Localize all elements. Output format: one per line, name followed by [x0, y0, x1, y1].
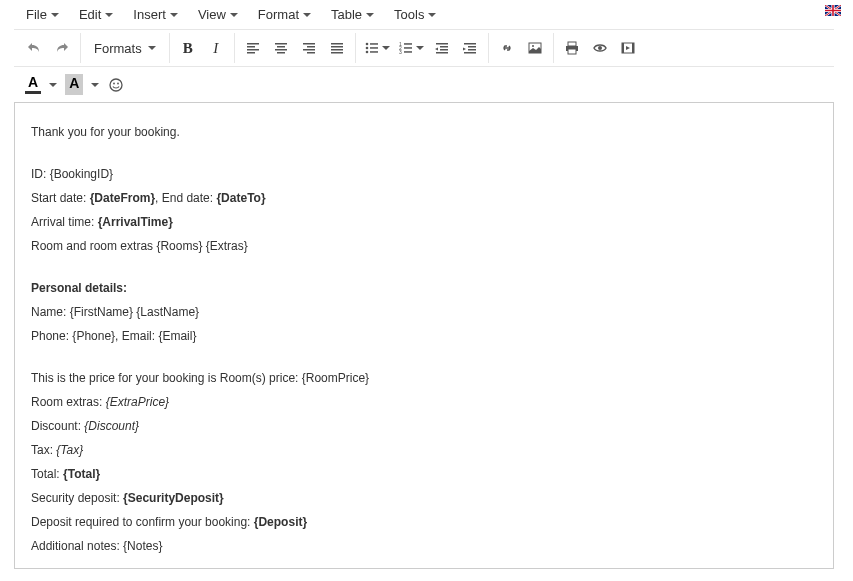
caret-icon	[303, 13, 311, 17]
svg-point-22	[110, 79, 122, 91]
align-center-button[interactable]	[267, 35, 295, 61]
redo-button[interactable]	[48, 35, 76, 61]
caret-icon	[170, 13, 178, 17]
body-line: This is the price for your booking is Ro…	[31, 369, 817, 387]
body-line: Additional notes: {Notes}	[31, 537, 817, 555]
menu-insert-label: Insert	[133, 7, 166, 22]
body-line: Tax: {Tax}	[31, 441, 817, 459]
body-line: Phone: {Phone}, Email: {Email}	[31, 327, 817, 345]
menu-file[interactable]: File	[16, 3, 69, 26]
body-line: Arrival time: {ArrivalTime}	[31, 213, 817, 231]
body-line: Discount: {Discount}	[31, 417, 817, 435]
body-line: Room extras: {ExtraPrice}	[31, 393, 817, 411]
print-button[interactable]	[558, 35, 586, 61]
svg-rect-21	[632, 43, 634, 53]
toolbar-primary: Formats B I 123	[14, 30, 834, 67]
svg-rect-15	[568, 42, 576, 46]
svg-point-18	[598, 46, 602, 50]
toolbar-secondary: A A	[14, 67, 834, 103]
bullet-list-button[interactable]	[360, 35, 394, 61]
bullet-list-icon	[364, 40, 380, 56]
svg-rect-2	[370, 43, 378, 45]
caret-icon	[148, 46, 156, 50]
svg-rect-4	[370, 47, 378, 49]
menu-format-label: Format	[258, 7, 299, 22]
menu-edit-label: Edit	[79, 7, 101, 22]
outdent-button[interactable]	[428, 35, 456, 61]
link-button[interactable]	[493, 35, 521, 61]
eye-icon	[592, 40, 608, 56]
outdent-icon	[434, 40, 450, 56]
text-color-dropdown[interactable]	[46, 72, 60, 98]
link-icon	[499, 40, 515, 56]
svg-rect-17	[568, 49, 576, 54]
svg-point-23	[113, 82, 115, 84]
menu-insert[interactable]: Insert	[123, 3, 188, 26]
align-right-button[interactable]	[295, 35, 323, 61]
svg-point-3	[365, 47, 368, 50]
align-right-icon	[301, 40, 317, 56]
preview-button[interactable]	[586, 35, 614, 61]
background-color-dropdown[interactable]	[88, 72, 102, 98]
menu-file-label: File	[26, 7, 47, 22]
image-button[interactable]	[521, 35, 549, 61]
svg-point-14	[532, 45, 534, 47]
caret-icon	[91, 83, 99, 87]
align-justify-button[interactable]	[323, 35, 351, 61]
language-flag-uk[interactable]	[825, 4, 841, 15]
print-icon	[564, 40, 580, 56]
indent-button[interactable]	[456, 35, 484, 61]
caret-icon	[416, 46, 424, 50]
indent-icon	[462, 40, 478, 56]
editor-scroll-area[interactable]: Thank you for your booking. ID: {Booking…	[14, 103, 834, 569]
editor-body[interactable]: Thank you for your booking. ID: {Booking…	[15, 103, 833, 569]
body-line: Total: {Total}	[31, 465, 817, 483]
svg-point-5	[365, 51, 368, 54]
menu-view[interactable]: View	[188, 3, 248, 26]
align-center-icon	[273, 40, 289, 56]
text-color-button[interactable]: A	[20, 72, 46, 98]
redo-icon	[54, 40, 70, 56]
menu-tools-label: Tools	[394, 7, 424, 22]
caret-icon	[51, 13, 59, 17]
svg-text:3: 3	[399, 49, 402, 55]
bold-button[interactable]: B	[174, 35, 202, 61]
svg-rect-8	[404, 43, 412, 45]
caret-icon	[366, 13, 374, 17]
rich-text-editor: File Edit Insert View Format Table Tools…	[14, 0, 834, 569]
align-justify-icon	[329, 40, 345, 56]
body-line: Room and room extras {Rooms} {Extras}	[31, 237, 817, 255]
text-color-sample: A	[25, 75, 41, 94]
italic-button[interactable]: I	[202, 35, 230, 61]
numbered-list-icon: 123	[398, 40, 414, 56]
menu-tools[interactable]: Tools	[384, 3, 446, 26]
undo-button[interactable]	[20, 35, 48, 61]
body-heading: Personal details:	[31, 279, 817, 297]
menu-table[interactable]: Table	[321, 3, 384, 26]
smiley-icon	[108, 77, 124, 93]
svg-point-24	[117, 82, 119, 84]
caret-icon	[49, 83, 57, 87]
menu-table-label: Table	[331, 7, 362, 22]
caret-icon	[382, 46, 390, 50]
menu-edit[interactable]: Edit	[69, 3, 123, 26]
menu-view-label: View	[198, 7, 226, 22]
menubar: File Edit Insert View Format Table Tools	[14, 0, 834, 30]
formats-dropdown[interactable]: Formats	[85, 35, 165, 61]
numbered-list-button[interactable]: 123	[394, 35, 428, 61]
body-line: ID: {BookingID}	[31, 165, 817, 183]
emoticons-button[interactable]	[102, 72, 130, 98]
body-line: Deposit required to confirm your booking…	[31, 513, 817, 531]
media-icon	[620, 40, 636, 56]
undo-icon	[26, 40, 42, 56]
bg-color-sample: A	[65, 74, 83, 95]
caret-icon	[428, 13, 436, 17]
svg-point-1	[365, 43, 368, 46]
caret-icon	[105, 13, 113, 17]
media-button[interactable]	[614, 35, 642, 61]
align-left-button[interactable]	[239, 35, 267, 61]
formats-label: Formats	[94, 41, 142, 56]
menu-format[interactable]: Format	[248, 3, 321, 26]
background-color-button[interactable]: A	[60, 72, 88, 98]
svg-rect-10	[404, 47, 412, 49]
